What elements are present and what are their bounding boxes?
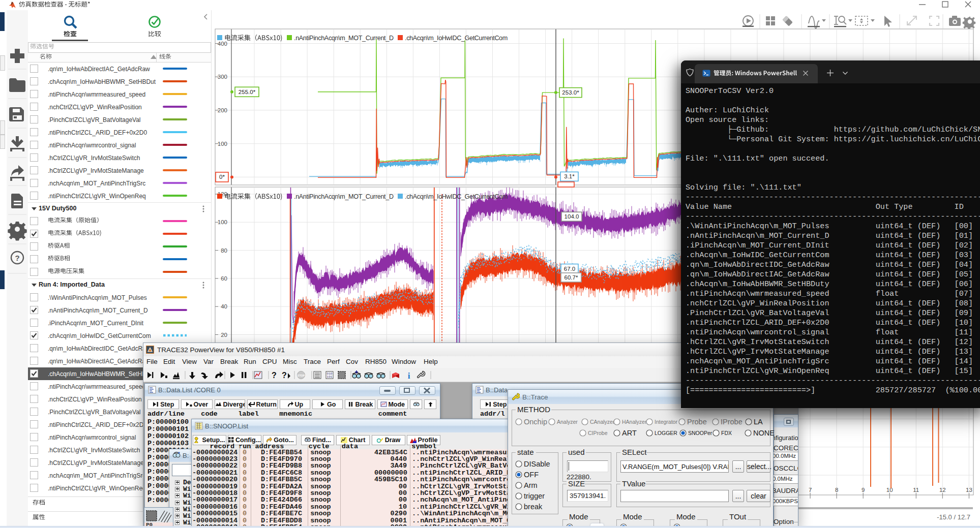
svg-text:.chAcqn\m_IoHwIDC_GetCurrentCo: .chAcqn\m_IoHwIDC_GetCurrentCom (405, 193, 508, 200)
svg-text:80: 80 (221, 247, 227, 254)
svg-text:11: 11 (913, 487, 919, 493)
svg-text:300: 300 (218, 74, 227, 80)
svg-text:67.0: 67.0 (564, 266, 575, 272)
svg-text:101: 101 (327, 375, 333, 379)
svg-text:i: i (408, 371, 410, 381)
svg-text:7: 7 (809, 487, 812, 493)
svg-text:255.0*: 255.0* (239, 89, 256, 95)
svg-text:.nAntiPinchAcqn\m_MOT_Current_: .nAntiPinchAcqn\m_MOT_Current_D (294, 193, 394, 200)
svg-text:20: 20 (221, 332, 227, 338)
svg-text:?: ? (282, 371, 287, 380)
svg-text:60: 60 (221, 275, 227, 282)
svg-text:100: 100 (218, 219, 227, 225)
svg-text:8: 8 (835, 487, 838, 493)
svg-text:104.0: 104.0 (565, 213, 579, 220)
svg-text:STOP: STOP (298, 374, 305, 377)
svg-text:.chAcqn\m_IoHwIDC_GetCurrentCo: .chAcqn\m_IoHwIDC_GetCurrentCom (405, 35, 508, 42)
svg-text:400: 400 (218, 41, 227, 47)
svg-text:200: 200 (218, 107, 227, 113)
svg-text:60.7*: 60.7* (565, 274, 578, 281)
svg-text:3.1*: 3.1* (564, 173, 575, 179)
svg-text:9: 9 (862, 487, 865, 493)
svg-text:253.0*: 253.0* (562, 89, 579, 96)
svg-text:100: 100 (218, 141, 227, 147)
svg-text:10: 10 (886, 487, 893, 493)
svg-text:?: ? (15, 254, 19, 262)
svg-text:.nAntiPinchAcqn\m_MOT_Current_: .nAntiPinchAcqn\m_MOT_Current_D (294, 35, 394, 42)
svg-text:-15.0 / 12.7: -15.0 / 12.7 (937, 513, 970, 521)
svg-text:12: 12 (939, 487, 946, 493)
svg-text:0*: 0* (219, 174, 225, 180)
svg-text:40: 40 (221, 303, 227, 309)
svg-text:?: ? (272, 371, 277, 380)
svg-text:13: 13 (966, 487, 972, 493)
